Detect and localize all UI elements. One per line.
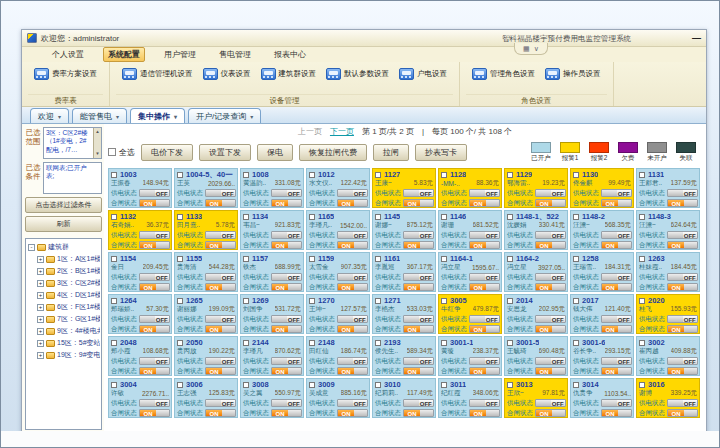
switch-toggle[interactable]: ON bbox=[337, 283, 368, 291]
card-checkbox[interactable] bbox=[375, 256, 381, 262]
supply-toggle[interactable]: OFF bbox=[139, 189, 170, 197]
card-checkbox[interactable] bbox=[573, 340, 579, 346]
card-checkbox[interactable] bbox=[177, 298, 183, 304]
switch-toggle[interactable]: ON bbox=[139, 241, 170, 249]
supply-toggle[interactable]: OFF bbox=[271, 315, 302, 323]
ribbon-button[interactable]: 费率方案设置 bbox=[34, 65, 97, 80]
supply-toggle[interactable]: OFF bbox=[601, 189, 632, 197]
switch-toggle[interactable]: ON bbox=[535, 325, 566, 333]
supply-toggle[interactable]: OFF bbox=[337, 315, 368, 323]
card-checkbox[interactable] bbox=[309, 298, 315, 304]
card-checkbox[interactable] bbox=[243, 298, 249, 304]
menu-item-1[interactable]: 个人设置 bbox=[48, 48, 88, 61]
supply-toggle[interactable]: OFF bbox=[667, 273, 698, 281]
card-checkbox[interactable] bbox=[441, 172, 447, 178]
switch-toggle[interactable]: ON bbox=[205, 325, 236, 333]
card-checkbox[interactable] bbox=[639, 298, 645, 304]
ribbon-toggle-control[interactable]: ▦ ∨ bbox=[514, 43, 548, 55]
card-checkbox[interactable] bbox=[177, 172, 183, 178]
switch-toggle[interactable]: ON bbox=[337, 199, 368, 207]
switch-toggle[interactable]: ON bbox=[535, 409, 566, 417]
switch-toggle[interactable]: ON bbox=[205, 409, 236, 417]
supply-toggle[interactable]: OFF bbox=[601, 273, 632, 281]
toolbar-button-5[interactable]: 拉闸 bbox=[373, 144, 409, 161]
supply-toggle[interactable]: OFF bbox=[601, 399, 632, 407]
switch-toggle[interactable]: ON bbox=[205, 241, 236, 249]
supply-toggle[interactable]: OFF bbox=[139, 273, 170, 281]
switch-toggle[interactable]: ON bbox=[403, 241, 434, 249]
supply-toggle[interactable]: OFF bbox=[139, 357, 170, 365]
toolbar-button-6[interactable]: 抄表写卡 bbox=[415, 144, 467, 161]
switch-toggle[interactable]: ON bbox=[601, 199, 632, 207]
chevron-down-icon[interactable]: ▾ bbox=[174, 113, 177, 120]
expand-icon[interactable]: + bbox=[37, 316, 44, 323]
card-checkbox[interactable] bbox=[177, 340, 183, 346]
card-checkbox[interactable] bbox=[507, 172, 513, 178]
supply-toggle[interactable]: OFF bbox=[601, 315, 632, 323]
supply-toggle[interactable]: OFF bbox=[205, 399, 236, 407]
card-checkbox[interactable] bbox=[177, 256, 183, 262]
tree-item-6[interactable]: +7区：G区1#楼 bbox=[37, 313, 100, 325]
scroll-up-icon[interactable]: ▲ bbox=[95, 129, 99, 135]
refresh-button[interactable]: 刷新 bbox=[25, 216, 102, 232]
supply-toggle[interactable]: OFF bbox=[271, 357, 302, 365]
supply-toggle[interactable]: OFF bbox=[535, 273, 566, 281]
supply-toggle[interactable]: OFF bbox=[469, 357, 500, 365]
supply-toggle[interactable]: OFF bbox=[337, 399, 368, 407]
ribbon-button[interactable]: 默认参数设置 bbox=[326, 65, 389, 80]
switch-toggle[interactable]: ON bbox=[139, 367, 170, 375]
switch-toggle[interactable]: ON bbox=[469, 367, 500, 375]
supply-toggle[interactable]: OFF bbox=[601, 231, 632, 239]
expand-icon[interactable]: + bbox=[37, 268, 44, 275]
card-checkbox[interactable] bbox=[573, 382, 579, 388]
switch-toggle[interactable]: ON bbox=[139, 325, 170, 333]
card-checkbox[interactable] bbox=[639, 214, 645, 220]
switch-toggle[interactable]: ON bbox=[139, 199, 170, 207]
switch-toggle[interactable]: ON bbox=[337, 241, 368, 249]
card-checkbox[interactable] bbox=[573, 298, 579, 304]
chevron-down-icon[interactable]: ▾ bbox=[250, 113, 253, 120]
tree-root[interactable]: -建筑群 bbox=[28, 241, 100, 253]
card-checkbox[interactable] bbox=[375, 172, 381, 178]
card-checkbox[interactable] bbox=[111, 340, 117, 346]
supply-toggle[interactable]: OFF bbox=[403, 273, 434, 281]
supply-toggle[interactable]: OFF bbox=[535, 189, 566, 197]
chevron-down-icon[interactable]: ▾ bbox=[58, 113, 61, 120]
selected-condition-listbox[interactable]: 联网表;已开户表; bbox=[43, 162, 102, 194]
ribbon-button[interactable]: 通信管理机设置 bbox=[122, 65, 193, 80]
menu-item-4[interactable]: 售电管理 bbox=[215, 48, 255, 61]
switch-toggle[interactable]: ON bbox=[205, 199, 236, 207]
supply-toggle[interactable]: OFF bbox=[139, 315, 170, 323]
supply-toggle[interactable]: OFF bbox=[337, 357, 368, 365]
chevron-down-icon[interactable]: ▾ bbox=[116, 113, 119, 120]
supply-toggle[interactable]: OFF bbox=[601, 357, 632, 365]
menu-item-5[interactable]: 报表中心 bbox=[270, 48, 310, 61]
switch-toggle[interactable]: ON bbox=[403, 325, 434, 333]
card-checkbox[interactable] bbox=[573, 172, 579, 178]
card-checkbox[interactable] bbox=[243, 172, 249, 178]
minimize-button[interactable]: — bbox=[692, 33, 701, 43]
supply-toggle[interactable]: OFF bbox=[271, 399, 302, 407]
tree-item-3[interactable]: +3区：C区2#楼（1#… bbox=[37, 277, 100, 289]
supply-toggle[interactable]: OFF bbox=[469, 273, 500, 281]
switch-toggle[interactable]: ON bbox=[601, 409, 632, 417]
card-checkbox[interactable] bbox=[441, 382, 447, 388]
supply-toggle[interactable]: OFF bbox=[337, 231, 368, 239]
supply-toggle[interactable]: OFF bbox=[337, 273, 368, 281]
prev-page-link[interactable]: 上一页 bbox=[298, 126, 322, 137]
card-checkbox[interactable] bbox=[507, 340, 513, 346]
tab-4[interactable]: 开户/记录查询▾ bbox=[188, 108, 261, 123]
card-checkbox[interactable] bbox=[177, 382, 183, 388]
supply-toggle[interactable]: OFF bbox=[205, 315, 236, 323]
filter-condition-button[interactable]: 点击选择过滤条件 bbox=[25, 197, 102, 213]
switch-toggle[interactable]: ON bbox=[667, 241, 698, 249]
card-checkbox[interactable] bbox=[573, 256, 579, 262]
supply-toggle[interactable]: OFF bbox=[667, 399, 698, 407]
listbox-scrollbar[interactable]: ▲ ▼ bbox=[93, 128, 101, 158]
switch-toggle[interactable]: ON bbox=[271, 199, 302, 207]
switch-toggle[interactable]: ON bbox=[271, 367, 302, 375]
expand-icon[interactable]: + bbox=[37, 352, 44, 359]
card-checkbox[interactable] bbox=[639, 172, 645, 178]
supply-toggle[interactable]: OFF bbox=[535, 357, 566, 365]
supply-toggle[interactable]: OFF bbox=[271, 189, 302, 197]
